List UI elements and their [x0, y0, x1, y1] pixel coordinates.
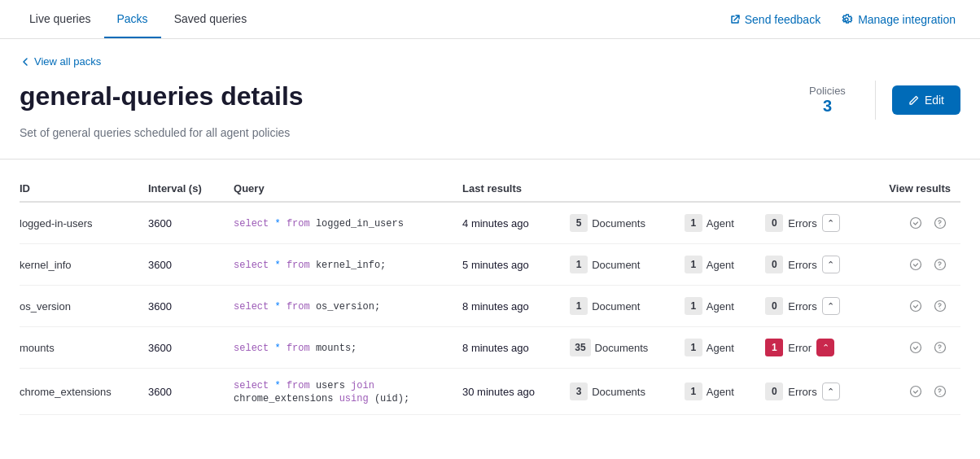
cell-documents: 3 Documents: [560, 369, 675, 415]
cell-last-results: 30 minutes ago: [453, 369, 560, 415]
view-results-check-button[interactable]: [905, 295, 926, 317]
col-query: Query: [224, 176, 453, 202]
edit-icon: [908, 94, 920, 106]
section-divider: [0, 159, 980, 160]
gear-icon: [840, 13, 853, 26]
agents-label: Agent: [707, 300, 734, 313]
cell-id: mounts: [20, 327, 138, 369]
view-results-check-button[interactable]: [905, 381, 926, 402]
documents-badge: 3: [570, 382, 588, 400]
cell-view-results: [865, 327, 960, 369]
edit-button[interactable]: Edit: [892, 85, 960, 115]
cell-last-results: 8 minutes ago: [453, 327, 560, 369]
expand-errors-button[interactable]: ⌃: [822, 297, 840, 315]
view-results-inspect-button[interactable]: [930, 295, 951, 317]
cell-agents: 1 Agent: [675, 202, 755, 244]
tab-live-queries[interactable]: Live queries: [16, 1, 104, 38]
cell-last-results: 5 minutes ago: [453, 244, 560, 286]
manage-integration-button[interactable]: Manage integration: [832, 8, 964, 31]
cell-id: logged-in-users: [20, 202, 138, 244]
cell-query: select * from users joinchrome_extension…: [224, 369, 453, 415]
errors-badge: 0: [765, 297, 783, 315]
col-interval: Interval (s): [138, 176, 224, 202]
cell-query: select * from mounts;: [224, 327, 453, 369]
agents-label: Agent: [707, 386, 734, 398]
cell-documents: 1 Document: [560, 286, 675, 327]
back-link[interactable]: View all packs: [20, 55, 960, 68]
table-header: ID Interval (s) Query Last results View …: [20, 176, 960, 202]
svg-point-0: [911, 218, 921, 229]
errors-label: Errors: [788, 217, 816, 230]
errors-badge: 1: [765, 339, 783, 356]
nav-tabs: Live queries Packs Saved queries: [16, 1, 722, 38]
view-results-check-button[interactable]: [905, 337, 926, 358]
cell-interval: 3600: [138, 286, 224, 327]
view-results-inspect-button[interactable]: [930, 337, 951, 358]
cell-interval: 3600: [138, 327, 224, 369]
documents-badge: 1: [570, 297, 588, 315]
agents-badge: 1: [685, 382, 702, 400]
policies-count: 3: [809, 97, 846, 116]
col-id: ID: [20, 176, 138, 202]
cell-interval: 3600: [138, 202, 224, 244]
agents-label: Agent: [707, 259, 734, 271]
errors-badge: 0: [765, 256, 783, 273]
agents-badge: 1: [685, 256, 702, 273]
cell-interval: 3600: [138, 244, 224, 286]
svg-point-8: [940, 308, 941, 309]
cell-view-results: [865, 244, 960, 286]
errors-label: Error: [788, 342, 812, 354]
table-row: mounts 3600 select * from mounts; 8 minu…: [20, 327, 960, 369]
agents-label: Agent: [707, 342, 734, 354]
agents-badge: 1: [685, 297, 702, 315]
documents-label: Document: [592, 259, 640, 271]
cell-last-results: 8 minutes ago: [453, 286, 560, 327]
tab-packs[interactable]: Packs: [104, 1, 161, 38]
col-view-results: View results: [865, 176, 960, 202]
errors-label: Errors: [788, 300, 816, 313]
cell-agents: 1 Agent: [675, 286, 755, 327]
top-nav: Live queries Packs Saved queries Send fe…: [0, 0, 980, 39]
page-title: general-queries details: [20, 81, 304, 111]
documents-label: Documents: [592, 386, 645, 398]
expand-errors-button[interactable]: ⌃: [822, 256, 840, 273]
expand-errors-button[interactable]: ⌃: [822, 382, 840, 400]
queries-table: ID Interval (s) Query Last results View …: [20, 176, 960, 415]
cell-last-results: 4 minutes ago: [453, 202, 560, 244]
documents-label: Documents: [592, 217, 645, 230]
svg-point-9: [911, 343, 921, 353]
cell-query: select * from kernel_info;: [224, 244, 453, 286]
documents-label: Document: [592, 300, 640, 313]
cell-documents: 1 Document: [560, 244, 675, 286]
queries-table-container: ID Interval (s) Query Last results View …: [20, 176, 960, 415]
view-results-check-button[interactable]: [905, 212, 926, 234]
view-results-check-button[interactable]: [905, 254, 926, 275]
policies-label: Policies: [809, 85, 846, 97]
tab-saved-queries[interactable]: Saved queries: [161, 1, 260, 38]
agents-badge: 1: [685, 339, 702, 356]
cell-view-results: [865, 286, 960, 327]
view-results-inspect-button[interactable]: [930, 212, 951, 234]
cell-documents: 5 Documents: [560, 202, 675, 244]
errors-badge: 0: [765, 214, 783, 232]
cell-query: select * from os_version;: [224, 286, 453, 327]
cell-errors: 0 Errors ⌃: [755, 202, 865, 244]
cell-errors: 0 Errors ⌃: [755, 286, 865, 327]
col-last-results: Last results: [453, 176, 865, 202]
expand-errors-button[interactable]: ⌃: [822, 214, 840, 232]
cell-query: select * from logged_in_users: [224, 202, 453, 244]
svg-point-11: [940, 350, 941, 351]
documents-badge: 35: [570, 339, 590, 356]
view-results-inspect-button[interactable]: [930, 254, 951, 275]
errors-label: Errors: [788, 386, 816, 398]
table-row: chrome_extensions 3600 select * from use…: [20, 369, 960, 415]
cell-id: kernel_info: [20, 244, 138, 286]
cell-view-results: [865, 369, 960, 415]
expand-errors-button[interactable]: ⌃: [816, 339, 834, 356]
send-feedback-button[interactable]: Send feedback: [722, 8, 829, 31]
svg-point-12: [911, 387, 921, 397]
errors-label: Errors: [788, 259, 816, 271]
cell-id: chrome_extensions: [20, 369, 138, 415]
svg-point-2: [940, 225, 941, 226]
view-results-inspect-button[interactable]: [930, 381, 951, 402]
